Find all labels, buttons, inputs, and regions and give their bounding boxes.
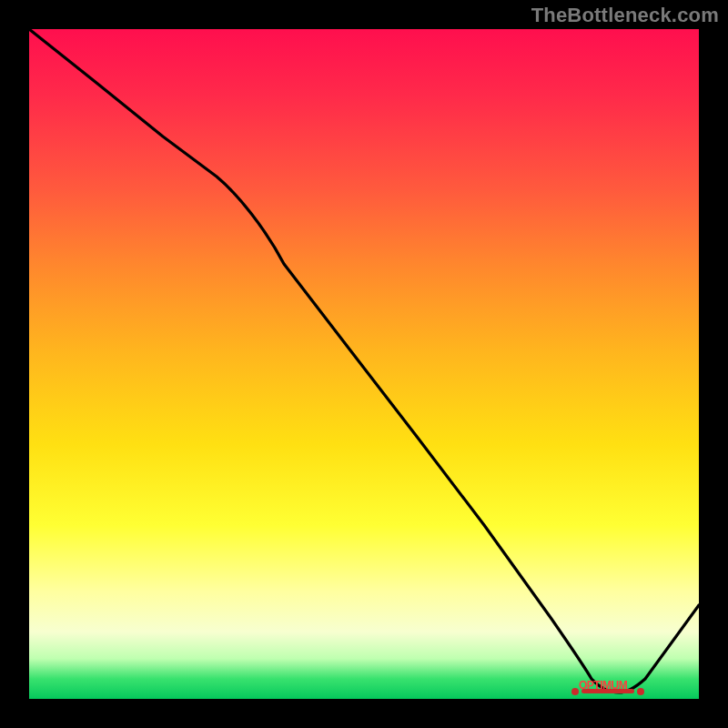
svg-point-0 — [571, 688, 579, 695]
plot-area: OPTIMUM — [29, 29, 699, 699]
chart-frame: TheBottleneck.com OPTIMUM — [0, 0, 728, 728]
curve-path — [29, 29, 699, 693]
watermark-text: TheBottleneck.com — [531, 4, 719, 27]
line-chart-svg — [29, 29, 699, 699]
svg-point-2 — [637, 688, 644, 695]
optimum-label: OPTIMUM — [579, 679, 627, 692]
